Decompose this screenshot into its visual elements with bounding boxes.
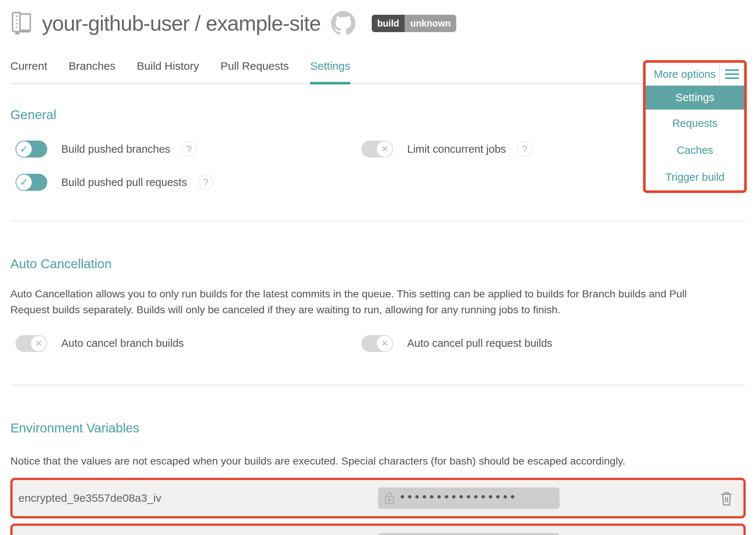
trash-icon[interactable]: [720, 490, 733, 506]
build-pushed-pull-requests-setting: ✓ Build pushed pull requests ?: [10, 174, 356, 191]
more-options-header: More options: [646, 63, 744, 86]
repo-tabs: Current Branches Build History Pull Requ…: [10, 60, 746, 84]
build-status-badge: build unknown: [372, 15, 456, 32]
tab-pull-requests[interactable]: Pull Requests: [220, 60, 289, 83]
help-question-icon[interactable]: ?: [181, 141, 197, 157]
tab-settings[interactable]: Settings: [310, 60, 350, 84]
env-var-row-key: encrypted_9e3557de08a3_key •••••••••••••…: [10, 524, 746, 535]
settings-page: your-github-user / example-site build un…: [0, 0, 756, 535]
limit-concurrent-jobs-setting: ✕ Limit concurrent jobs ?: [356, 141, 533, 158]
general-toggle-row-1: ✓ Build pushed branches ? ✕ Limit concur…: [10, 141, 746, 158]
menu-item-requests[interactable]: Requests: [646, 110, 744, 137]
menu-item-trigger-build[interactable]: Trigger build: [646, 164, 744, 190]
toggle-x-icon: ✕: [377, 141, 392, 157]
hamburger-menu-icon[interactable]: [719, 63, 744, 86]
tab-build-history[interactable]: Build History: [137, 60, 199, 83]
menu-item-settings[interactable]: Settings: [646, 86, 744, 110]
masked-value: ••••••••••••••••: [400, 490, 518, 504]
auto-cancel-branch-builds-toggle[interactable]: ✕: [16, 335, 47, 352]
build-pushed-branches-toggle[interactable]: ✓: [16, 141, 47, 158]
env-var-value-field[interactable]: ••••••••••••••••: [378, 533, 560, 535]
toggle-label: Auto cancel branch builds: [61, 337, 184, 349]
auto-cancellation-section-title: Auto Cancellation: [10, 256, 746, 271]
env-var-row-iv: encrypted_9e3557de08a3_iv ••••••••••••••…: [10, 478, 746, 518]
auto-cancellation-description: Auto Cancellation allows you to only run…: [10, 286, 715, 318]
auto-cancel-branch-builds-setting: ✕ Auto cancel branch builds: [10, 335, 356, 352]
general-section-title: General: [10, 107, 746, 122]
env-var-name-field[interactable]: encrypted_9e3557de08a3_iv: [13, 492, 378, 504]
help-question-icon[interactable]: ?: [517, 141, 533, 157]
toggle-check-icon: ✓: [16, 141, 32, 157]
more-options-dropdown: More options Settings Requests Caches Tr…: [643, 60, 747, 193]
limit-concurrent-jobs-toggle[interactable]: ✕: [361, 141, 393, 158]
tab-current[interactable]: Current: [10, 60, 47, 83]
auto-cancel-pull-request-builds-setting: ✕ Auto cancel pull request builds: [356, 335, 552, 352]
auto-cancellation-toggle-row: ✕ Auto cancel branch builds ✕ Auto cance…: [10, 335, 746, 352]
tab-branches[interactable]: Branches: [69, 60, 116, 83]
repo-book-icon: [12, 11, 32, 35]
lock-icon: [385, 492, 394, 504]
page-title: your-github-user / example-site: [42, 11, 321, 35]
menu-item-caches[interactable]: Caches: [646, 137, 744, 163]
environment-variables-notice: Notice that the values are not escaped w…: [10, 453, 746, 469]
env-var-value-field[interactable]: ••••••••••••••••: [378, 487, 560, 509]
section-divider: [10, 384, 746, 386]
toggle-check-icon: ✓: [16, 175, 32, 190]
build-pushed-branches-setting: ✓ Build pushed branches ?: [10, 141, 356, 158]
github-logo-icon: [331, 11, 355, 35]
auto-cancel-pull-request-builds-toggle[interactable]: ✕: [361, 335, 393, 352]
toggle-x-icon: ✕: [31, 336, 47, 351]
toggle-label: Build pushed pull requests: [61, 176, 187, 189]
section-divider: [10, 220, 746, 222]
toggle-label: Auto cancel pull request builds: [407, 337, 552, 349]
environment-variables-section-title: Environment Variables: [10, 421, 746, 435]
toggle-label: Build pushed branches: [61, 143, 170, 155]
general-toggle-row-2: ✓ Build pushed pull requests ?: [10, 174, 746, 191]
toggle-x-icon: ✕: [377, 336, 392, 351]
help-question-icon[interactable]: ?: [198, 175, 213, 190]
badge-status: unknown: [405, 15, 456, 32]
badge-label: build: [372, 15, 405, 32]
more-options-button[interactable]: More options: [646, 63, 719, 86]
toggle-label: Limit concurrent jobs: [407, 143, 506, 155]
repo-header: your-github-user / example-site build un…: [10, 11, 746, 35]
build-pushed-pull-requests-toggle[interactable]: ✓: [16, 174, 47, 191]
